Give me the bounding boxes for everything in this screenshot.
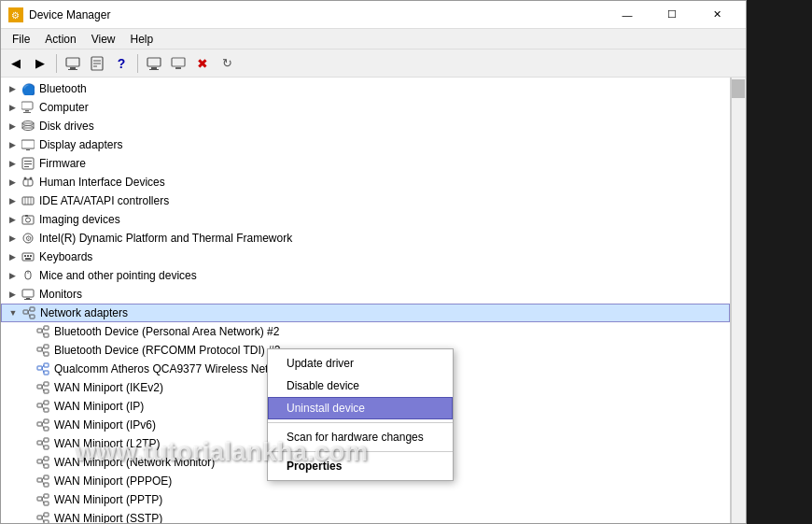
tree-item-keyboards[interactable]: ▶ Keyboards <box>1 248 730 266</box>
svg-rect-9 <box>147 58 161 66</box>
svg-rect-3 <box>70 67 76 69</box>
tree-item-network-adapters[interactable]: ▼ Network adapters <box>1 304 730 322</box>
expand-mice[interactable]: ▶ <box>5 268 20 283</box>
ctx-properties[interactable]: Properties <box>268 455 453 477</box>
ctx-uninstall-device[interactable]: Uninstall device <box>268 397 453 419</box>
scrollbar[interactable] <box>731 78 746 523</box>
svg-rect-90 <box>37 460 42 463</box>
svg-rect-48 <box>26 298 30 299</box>
wan-l2tp-label: WAN Miniport (L2TP) <box>54 437 161 450</box>
svg-rect-22 <box>26 149 30 150</box>
expand-monitors[interactable]: ▶ <box>5 287 20 302</box>
tree-item-wan-sstp[interactable]: WAN Miniport (SSTP) <box>1 509 730 523</box>
expand-firmware[interactable]: ▶ <box>5 156 20 171</box>
tree-item-human-interface[interactable]: ▶ Human Interface Devices <box>1 173 730 191</box>
tree-item-display-adapters[interactable]: ▶ Display adapters <box>1 135 730 154</box>
forward-button[interactable]: ▶ <box>29 52 51 75</box>
tree-item-bt-pan[interactable]: Bluetooth Device (Personal Area Network)… <box>1 322 730 341</box>
svg-line-99 <box>42 480 44 485</box>
wan-pptp-icon <box>35 491 51 508</box>
properties-button[interactable] <box>86 52 108 75</box>
svg-rect-95 <box>37 478 42 482</box>
svg-rect-70 <box>37 385 42 389</box>
menu-view[interactable]: View <box>84 31 123 48</box>
svg-rect-2 <box>66 58 79 66</box>
wan-ikev2-label: WAN Miniport (IKEv2) <box>54 381 163 394</box>
svg-rect-60 <box>37 347 42 351</box>
back-button[interactable]: ◀ <box>5 52 27 75</box>
wan-ikev2-icon <box>35 379 51 396</box>
expand-imaging[interactable]: ▶ <box>5 212 20 227</box>
computer-icon <box>20 99 36 116</box>
svg-line-69 <box>42 368 44 373</box>
driver-button[interactable] <box>167 52 189 75</box>
wan-sstp-label: WAN Miniport (SSTP) <box>54 512 162 523</box>
ctx-scan-hardware[interactable]: Scan for hardware changes <box>268 426 453 448</box>
tree-item-wan-pptp[interactable]: WAN Miniport (PPTP) <box>1 490 730 509</box>
svg-rect-100 <box>37 497 42 501</box>
tree-item-intel-dynamic[interactable]: ▶ ⚙ Intel(R) Dynamic Platform and Therma… <box>1 229 730 248</box>
network-adapters-label: Network adapters <box>40 306 128 319</box>
svg-line-64 <box>42 349 44 354</box>
mice-icon <box>20 267 36 284</box>
expand-intel-dynamic[interactable]: ▶ <box>5 231 20 246</box>
tree-item-bluetooth[interactable]: ▶ 🔵 Bluetooth <box>1 79 730 98</box>
monitors-label: Monitors <box>39 288 82 301</box>
svg-rect-66 <box>44 363 49 367</box>
display-adapters-icon <box>20 136 36 153</box>
expand-disk-drives[interactable]: ▶ <box>5 119 20 134</box>
svg-text:⚙: ⚙ <box>25 234 32 243</box>
context-menu: Update driver Disable device Uninstall d… <box>267 348 454 481</box>
app-icon: ⚙ <box>8 7 23 22</box>
expand-bluetooth[interactable]: ▶ <box>5 81 20 96</box>
svg-line-59 <box>42 331 44 335</box>
wan-pppoe-label: WAN Miniport (PPPOE) <box>54 474 172 488</box>
menu-action[interactable]: Action <box>37 31 83 48</box>
bt-rfcomm-label: Bluetooth Device (RFCOMM Protocol TDI) #… <box>54 344 281 357</box>
bluetooth-label: Bluetooth <box>39 82 87 95</box>
scan-button[interactable]: ↻ <box>216 52 238 75</box>
ctx-disable-device[interactable]: Disable device <box>268 375 453 397</box>
display-button[interactable] <box>143 52 165 75</box>
toolbar: ◀ ▶ ? ✖ ↻ <box>1 50 746 78</box>
minimize-button[interactable]: — <box>606 1 649 29</box>
svg-text:🔵: 🔵 <box>21 82 35 95</box>
expand-network-adapters[interactable]: ▼ <box>6 305 21 320</box>
tree-item-computer[interactable]: ▶ Computer <box>1 98 730 117</box>
svg-rect-91 <box>44 457 49 460</box>
maximize-button[interactable]: ☐ <box>651 1 693 29</box>
tree-item-disk-drives[interactable]: ▶ Disk drives <box>1 117 730 135</box>
expand-computer[interactable]: ▶ <box>5 100 20 115</box>
expand-display-adapters[interactable]: ▶ <box>5 137 20 152</box>
tree-item-mice[interactable]: ▶ Mice and other pointing devices <box>1 266 730 285</box>
svg-line-89 <box>42 443 44 447</box>
svg-rect-21 <box>21 140 35 149</box>
expand-human-interface[interactable]: ▶ <box>5 175 20 190</box>
bluetooth-icon: 🔵 <box>20 80 36 97</box>
svg-rect-51 <box>30 307 35 311</box>
close-button[interactable]: ✕ <box>695 1 738 29</box>
svg-rect-77 <box>44 408 49 412</box>
menu-file[interactable]: File <box>5 31 37 48</box>
tree-item-imaging[interactable]: ▶ Imaging devices <box>1 210 730 229</box>
remove-button[interactable]: ✖ <box>191 52 214 75</box>
wan-pppoe-icon <box>35 473 51 489</box>
expand-ide-ata[interactable]: ▶ <box>5 193 20 208</box>
tree-item-firmware[interactable]: ▶ Firmware <box>1 154 730 173</box>
svg-rect-76 <box>44 401 49 404</box>
tree-item-ide-ata[interactable]: ▶ IDE ATA/ATAPI controllers <box>1 191 730 210</box>
expand-keyboards[interactable]: ▶ <box>5 249 20 264</box>
ctx-separator <box>268 422 453 423</box>
svg-rect-75 <box>37 404 42 407</box>
svg-rect-82 <box>44 427 49 431</box>
svg-rect-24 <box>24 161 32 162</box>
computer-button[interactable] <box>62 52 84 75</box>
help-button[interactable]: ? <box>110 52 133 75</box>
ide-ata-label: IDE ATA/ATAPI controllers <box>39 194 169 207</box>
menu-help[interactable]: Help <box>123 31 161 48</box>
tree-item-monitors[interactable]: ▶ Monitors <box>1 285 730 304</box>
ctx-update-driver[interactable]: Update driver <box>268 352 453 375</box>
svg-rect-10 <box>151 67 157 69</box>
svg-rect-13 <box>175 67 181 69</box>
svg-rect-41 <box>24 255 26 257</box>
